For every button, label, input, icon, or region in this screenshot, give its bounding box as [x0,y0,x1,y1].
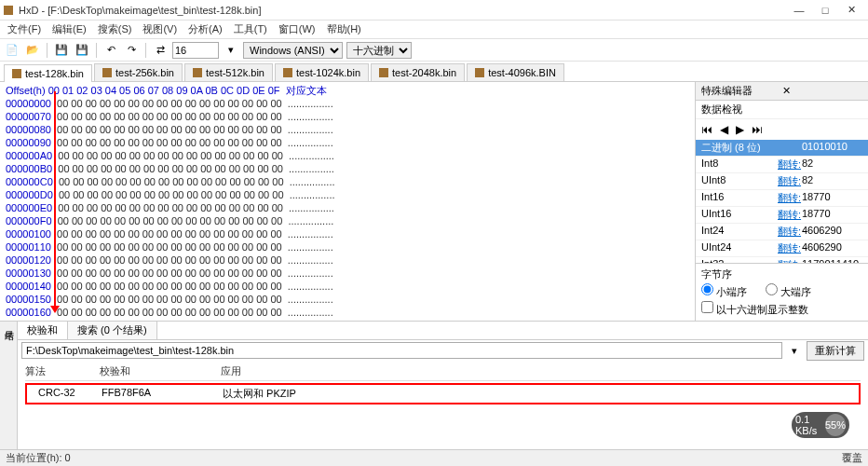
menu-tools[interactable]: 工具(T) [228,21,273,38]
hex-row[interactable]: 00000160 00 00 00 00 00 00 00 00 00 00 0… [6,306,689,319]
inspector-row[interactable]: UInt24翻转:4606290 [696,240,868,257]
checksum-row[interactable]: CRC-32 FFB78F6A 以太网和 PKZIP [25,383,861,404]
performance-widget: 0.1 KB/s 55% [792,412,849,438]
menu-window[interactable]: 窗口(W) [273,21,321,38]
tab-label: test-256k.bin [115,67,174,78]
insp-value: 18770 [802,208,862,222]
hex-row[interactable]: 00000000 00 00 00 00 00 00 00 00 00 00 0… [6,97,689,110]
flip-link[interactable]: 翻转: [778,191,802,205]
hex-row[interactable]: 00000100 00 00 00 00 00 00 00 00 00 00 0… [6,227,689,240]
flip-link[interactable]: 翻转: [778,158,802,171]
hex-row[interactable]: 00000130 00 00 00 00 00 00 00 00 00 00 0… [6,267,689,280]
inspector-section-label: 数据检视 [696,101,868,119]
hex-row[interactable]: 00000150 00 00 00 00 00 00 00 00 00 00 0… [6,293,689,306]
saveall-icon[interactable]: 💾 [74,42,90,59]
search-results-tab[interactable]: 搜索 (0 个结果) [68,322,157,339]
base-select[interactable]: 十六进制 [346,42,412,59]
file-tab-3[interactable]: test-1024k.bin [275,63,369,81]
col-checksum: 校验和 [100,363,221,380]
path-input[interactable] [21,342,782,359]
byte-order-label: 字节序 [701,267,862,281]
hex-row[interactable]: 000000E0 00 00 00 00 00 00 00 00 00 00 0… [6,201,689,214]
tab-label: test-128k.bin [25,68,84,79]
menu-edit[interactable]: 编辑(E) [47,21,92,38]
save-icon[interactable]: 💾 [53,42,70,59]
app-icon [4,6,13,15]
hex-row[interactable]: 00000120 00 00 00 00 00 00 00 00 00 00 0… [6,254,689,267]
tab-label: test-2048k.bin [392,67,456,78]
new-icon[interactable]: 📄 [4,42,20,59]
open-icon[interactable]: 📂 [24,42,41,59]
inspector-row[interactable]: UInt16翻转:18770 [696,207,868,224]
hex-row[interactable]: 00000140 00 00 00 00 00 00 00 00 00 00 0… [6,280,689,293]
undo-icon[interactable]: ↶ [102,42,119,59]
close-button[interactable]: ✕ [838,1,864,20]
redo-icon[interactable]: ↷ [123,42,140,59]
file-tab-5[interactable]: test-4096k.BIN [467,63,564,81]
file-icon [475,68,484,77]
little-endian-radio[interactable]: 小端序 [701,283,747,299]
hex-row[interactable]: 00000070 00 00 00 00 00 00 00 00 00 00 0… [6,110,689,123]
hex-row[interactable]: 00000170 00 00 00 00 00 00 00 00 00 00 0… [6,319,689,321]
bytes-per-row-input[interactable] [172,42,219,59]
file-tab-0[interactable]: test-128k.bin [4,64,92,82]
hex-row[interactable]: 00000110 00 00 00 00 00 00 00 00 00 00 0… [6,240,689,254]
path-dropdown-icon[interactable]: ▾ [786,342,803,359]
hex-row[interactable]: 000000D0 00 00 00 00 00 00 00 00 00 00 0… [6,188,689,201]
inspector-row[interactable]: UInt8翻转:82 [696,173,868,190]
recalculate-button[interactable]: 重新计算 [807,341,864,361]
hex-editor[interactable]: Offset(h) 00 01 02 03 04 05 06 07 08 09 … [0,82,695,321]
inspector-row[interactable]: Int24翻转:4606290 [696,224,868,240]
tab-label: test-4096k.BIN [488,67,556,78]
inspector-row[interactable]: Int16翻转:18770 [696,190,868,207]
menu-view[interactable]: 视图(V) [137,21,183,38]
hex-row[interactable]: 00000080 00 00 00 00 00 00 00 00 00 00 0… [6,123,689,136]
insp-value: 01010010 [802,141,862,155]
row-btn[interactable]: ⇄ [152,42,169,59]
status-mode: 覆盖 [842,451,862,465]
hex-row[interactable]: 00000090 00 00 00 00 00 00 00 00 00 00 0… [6,136,689,149]
tab-label: test-512k.bin [206,67,264,78]
flip-link[interactable]: 翻转: [778,208,802,222]
file-icon [102,68,112,77]
menu-help[interactable]: 帮助(H) [321,21,367,38]
flip-link[interactable]: 翻转: [778,225,802,239]
big-endian-radio[interactable]: 大端序 [766,283,811,299]
hex-row[interactable]: 000000F0 00 00 00 00 00 00 00 00 00 00 0… [6,214,689,227]
file-tab-4[interactable]: test-2048k.bin [371,63,465,81]
encoding-select[interactable]: Windows (ANSI) [243,42,343,59]
nav-first-icon[interactable]: ⏮ [701,123,712,136]
flip-link[interactable]: 翻转: [778,241,802,255]
minimize-button[interactable]: — [786,1,812,20]
nav-prev-icon[interactable]: ◀ [720,123,728,136]
nav-next-icon[interactable]: ▶ [736,123,744,136]
insp-value: 18770 [802,191,862,205]
file-tab-2[interactable]: test-512k.bin [184,63,273,81]
maximize-button[interactable]: □ [812,1,838,20]
insp-type-label: UInt8 [701,174,778,188]
inspector-row[interactable]: 二进制 (8 位)01010010 [696,140,868,157]
inspector-row[interactable]: Int8翻转:82 [696,157,868,173]
insp-type-label: Int16 [701,191,778,205]
file-tab-1[interactable]: test-256k.bin [94,63,183,81]
hex-row[interactable]: 000000C0 00 00 00 00 00 00 00 00 00 00 0… [6,175,689,188]
red-marker-arrow [50,306,60,313]
flip-link[interactable]: 翻转: [778,174,802,188]
insp-value: 82 [802,158,862,171]
menu-analyze[interactable]: 分析(A) [183,21,228,38]
hex-display-checkbox[interactable]: 以十六进制显示整数 [701,304,808,315]
insp-value: 82 [802,174,862,188]
dropdown-icon[interactable]: ▾ [223,42,239,59]
menu-file[interactable]: 文件(F) [2,21,47,38]
col-app: 应用 [221,363,332,380]
menu-search[interactable]: 搜索(S) [92,21,138,38]
hex-row[interactable]: 000000A0 00 00 00 00 00 00 00 00 00 00 0… [6,149,689,162]
col-algo: 算法 [25,363,100,380]
tab-label: test-1024k.bin [296,67,360,78]
inspector-title: 特殊编辑器 [701,84,782,98]
hex-row[interactable]: 000000B0 00 00 00 00 00 00 00 00 00 00 0… [6,162,689,175]
nav-last-icon[interactable]: ⏭ [752,123,763,136]
insp-type-label: UInt24 [701,241,778,255]
inspector-close-icon[interactable]: ✕ [782,85,863,97]
checksum-tab[interactable]: 校验和 [18,322,68,339]
